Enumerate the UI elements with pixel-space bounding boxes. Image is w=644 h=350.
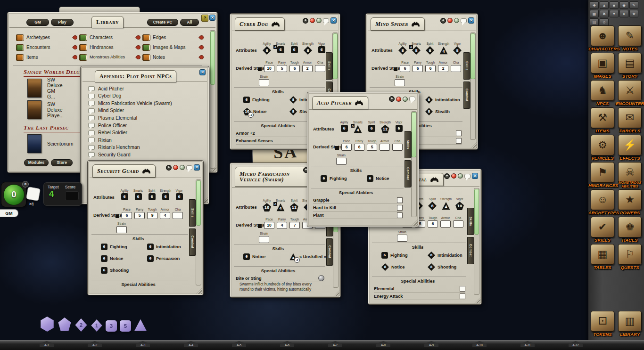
attribute-smarts[interactable]: Smarts4A: [351, 121, 365, 133]
close-button[interactable]: ✕: [472, 173, 478, 179]
appendix-item-security-guard[interactable]: Security Guard: [88, 151, 131, 158]
skill-intimidation[interactable]: 6Intimidation: [147, 243, 181, 251]
strain-field[interactable]: Strain: [395, 230, 410, 242]
derived-pace[interactable]: Pace10: [263, 61, 275, 72]
npc-title-tab[interactable]: Acid Pitcher: [312, 96, 368, 109]
scrollbar[interactable]: [474, 188, 479, 295]
derived-armor[interactable]: Armor4: [159, 208, 171, 219]
scrollbar-thumb[interactable]: [333, 33, 338, 79]
side-tab-combat[interactable]: Combat: [467, 237, 474, 264]
close-button[interactable]: ✕: [468, 17, 474, 24]
lock-icon[interactable]: [303, 18, 308, 24]
bottom-tab-a-5[interactable]: A-5: [232, 341, 246, 347]
bottom-tab-a-12[interactable]: A-12: [569, 341, 583, 347]
derived-cha[interactable]: Cha: [452, 216, 464, 228]
appendix-item-police-officer[interactable]: Police Officer: [88, 122, 127, 129]
derived-cha[interactable]: Cha: [314, 61, 326, 72]
skill-notice[interactable]: 6Notice: [243, 252, 265, 261]
bottom-tab-a-6[interactable]: A-6: [280, 341, 294, 347]
skill-shooting[interactable]: 8Shooting: [428, 263, 456, 271]
npc-title-tab[interactable]: Security Guard: [92, 164, 156, 178]
store-button[interactable]: Store: [51, 159, 73, 166]
ability-roll-button[interactable]: [318, 275, 324, 281]
derived-pace[interactable]: Pace6: [399, 61, 411, 72]
derived-parry[interactable]: Parry5: [276, 61, 288, 72]
attribute-strength[interactable]: Strength8: [301, 42, 315, 55]
die-d20[interactable]: [40, 317, 55, 332]
bottom-tab-a-2[interactable]: A-2: [88, 341, 102, 347]
red-gem-icon[interactable]: [451, 173, 456, 179]
derived-tough[interactable]: Tough6: [427, 216, 439, 228]
sidebar-button-archetypes[interactable]: ☺Archetypes: [590, 189, 615, 216]
sidebar-button-effects[interactable]: ⚡Effects: [617, 135, 643, 161]
derived-parry[interactable]: Parry5: [133, 208, 146, 219]
green-gem-icon[interactable]: [180, 165, 185, 170]
die-d8[interactable]: 1: [91, 319, 103, 332]
die-d4[interactable]: [134, 318, 147, 332]
damage-die-icon[interactable]: [26, 187, 41, 201]
skill-fighting[interactable]: 6Fighting: [321, 174, 347, 183]
attribute-agility[interactable]: Agility6: [337, 121, 351, 132]
module-row-scientorium[interactable]: Scientorium: [27, 134, 73, 154]
ability-grapple[interactable]: Grapple: [313, 196, 403, 204]
ability-hard-to-kill[interactable]: Hard to Kill: [313, 204, 403, 212]
library-category-images-maps[interactable]: Images & Maps: [142, 43, 204, 52]
scrollbar[interactable]: [470, 33, 476, 140]
attribute-agility[interactable]: Agility8: [260, 42, 274, 55]
appendix-close-button[interactable]: ✕: [199, 69, 206, 75]
die-d12[interactable]: [58, 317, 72, 332]
sidebar-button-tables[interactable]: ▦Tables: [590, 244, 615, 270]
module-row-sw-deluxe-gm-g[interactable]: SW Deluxe GM G...: [27, 78, 63, 98]
ability-checkbox[interactable]: [456, 138, 462, 144]
strain-field[interactable]: Strain: [256, 232, 272, 243]
modifier-orb[interactable]: 0: [3, 184, 25, 205]
red-gem-icon[interactable]: [396, 97, 401, 102]
library-category-items[interactable]: Items: [16, 53, 77, 62]
library-category-hindrances[interactable]: Hindrances: [79, 43, 140, 52]
appendix-title-tab[interactable]: Appendix: Plot Point NPCs: [95, 70, 176, 82]
ability-elemental[interactable]: Elemental: [374, 285, 465, 293]
sidebar-button-races[interactable]: ♚Races: [617, 217, 643, 243]
skill-notice[interactable]: 6Notice: [101, 254, 123, 263]
skill-unskilled[interactable]: 4-2« Unskilled »: [289, 252, 326, 261]
npc-title-tab[interactable]: Cyber Dog: [235, 17, 285, 31]
sidebar-button-hindrances[interactable]: ⚑Hindrances: [590, 162, 615, 188]
appendix-item-rixian[interactable]: Rixian: [88, 137, 112, 143]
attribute-strength[interactable]: Strength12: [378, 121, 392, 133]
skill-notice[interactable]: 8Notice: [381, 263, 405, 271]
attribute-vigor[interactable]: Vigor6: [392, 121, 406, 132]
side-tab-skills[interactable]: Skills: [326, 52, 333, 80]
chat-bubble-icon[interactable]: [409, 97, 415, 101]
attribute-agility[interactable]: Agility8: [396, 42, 410, 55]
ability-plant[interactable]: Plant: [313, 212, 403, 219]
appendix-item-micro-fabrication-vehicle-swarm[interactable]: Micro Fabrication Vehicle (Swarm): [88, 100, 172, 106]
sidebar-button-quests[interactable]: ⚐Quests: [617, 244, 643, 270]
side-tab-combat[interactable]: Combat: [326, 238, 333, 266]
side-tab-skills[interactable]: Skills: [189, 199, 196, 227]
bottom-tab-a-3[interactable]: A-3: [136, 341, 150, 347]
modules-button[interactable]: Modules: [24, 159, 49, 166]
resize-grip[interactable]: [474, 297, 480, 303]
bottom-tab-a-10[interactable]: A-10: [472, 341, 487, 347]
sidebar-button-images[interactable]: ▣Images: [590, 53, 615, 79]
derived-armor[interactable]: Armor2: [437, 61, 449, 72]
sidebar-button-encounters[interactable]: ⚔Encounters: [617, 80, 643, 106]
side-tab-combat[interactable]: Combat: [405, 160, 412, 187]
attribute-smarts[interactable]: Smarts4A: [273, 199, 288, 212]
resize-grip[interactable]: [412, 220, 418, 226]
derived-tough[interactable]: Tough6: [289, 61, 301, 72]
red-gem-icon[interactable]: [310, 18, 315, 23]
sidebar-button-story[interactable]: ▤Story: [617, 53, 643, 79]
sidebar-button-npcs[interactable]: ♞NPCs: [590, 80, 615, 106]
attribute-spirit[interactable]: Spirit8: [425, 197, 439, 210]
derived-pace[interactable]: Pace10: [263, 218, 275, 229]
derived-armor[interactable]: Armor2: [301, 61, 314, 72]
sidebar-button-powers[interactable]: ★Powers: [617, 189, 643, 216]
scrollbar-thumb[interactable]: [474, 189, 479, 235]
skill-persuasion[interactable]: 6Persuasion: [147, 254, 180, 263]
library-category-archetypes[interactable]: Archetypes: [16, 33, 77, 42]
skill-intimidation[interactable]: 8Intimidation: [428, 251, 462, 260]
attribute-vigor[interactable]: Vigor8: [450, 42, 464, 55]
library-scrollbar[interactable]: [210, 30, 215, 169]
ability-checkbox[interactable]: [460, 286, 465, 292]
